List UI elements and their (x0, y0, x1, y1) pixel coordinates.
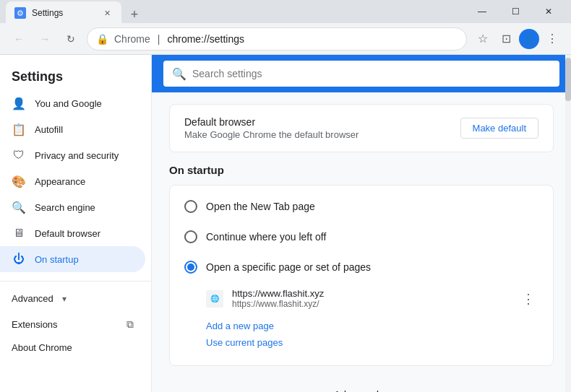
radio-specific-pages[interactable]: Open a specific page or set of pages (170, 252, 553, 282)
radio-circle-new-tab (184, 200, 197, 213)
tab-title: Settings (32, 8, 95, 18)
back-button[interactable]: ← (9, 29, 29, 49)
sidebar-title: Settings (0, 61, 151, 90)
page-more-button[interactable]: ⋮ (518, 289, 538, 309)
sidebar-item-autofill[interactable]: 📋 Autofill (0, 116, 145, 142)
sidebar-item-on-startup[interactable]: ⏻ On startup (0, 246, 145, 272)
sidebar-autofill-label: Autofill (35, 124, 63, 135)
tab-close-button[interactable]: ✕ (101, 7, 113, 19)
lock-icon: 🔒 (96, 33, 108, 45)
tab-favicon: ⚙ (14, 7, 26, 19)
radio-circle-specific (184, 261, 197, 274)
sidebar-appearance-label: Appearance (35, 176, 85, 187)
window-controls: — ☐ ✕ (465, 0, 565, 23)
menu-button[interactable]: ⋮ (542, 29, 562, 49)
sidebar-extensions-label: Extensions (12, 319, 58, 330)
sidebar-item-default-browser[interactable]: 🖥 Default browser (0, 220, 145, 246)
search-bar: 🔍 (152, 55, 571, 92)
default-browser-card: Default browser Make Google Chrome the d… (169, 104, 554, 152)
advanced-chevron-icon: ▾ (62, 294, 66, 304)
sidebar-item-about-chrome[interactable]: About Chrome (0, 336, 145, 359)
maximize-button[interactable]: ☐ (499, 0, 532, 23)
sidebar-advanced-section[interactable]: Advanced ▾ (0, 287, 151, 310)
search-input[interactable] (192, 68, 551, 79)
page-content: 🔍 Default browser Make Google Chrome the… (152, 55, 571, 392)
advanced-label: Advanced (334, 389, 379, 392)
advanced-section-label: Advanced (12, 293, 53, 304)
radio-label-continue: Continue where you left off (206, 231, 326, 243)
sidebar-item-privacy[interactable]: 🛡 Privacy and security (0, 142, 145, 168)
person-icon: 👤 (12, 96, 26, 110)
settings-gear-icon: ⚙ (17, 9, 24, 18)
browser-frame: ⚙ Settings ✕ + — ☐ ✕ ← → ↻ 🔒 Chrome | ch… (0, 0, 571, 392)
new-tab-button[interactable]: + (124, 4, 145, 25)
autofill-icon: 📋 (12, 122, 26, 136)
sidebar-divider (0, 281, 151, 282)
address-label: Chrome (114, 33, 150, 45)
radio-circle-continue (184, 230, 197, 243)
forward-button[interactable]: → (35, 29, 55, 49)
page-url-sub: https://www.flashit.xyz/ (232, 299, 510, 309)
sidebar-item-search-engine[interactable]: 🔍 Search engine (0, 194, 145, 220)
power-icon: ⏻ (12, 252, 26, 266)
add-new-page-link[interactable]: Add a new page (206, 321, 538, 331)
radio-label-specific: Open a specific page or set of pages (206, 261, 371, 273)
main-content: Settings 👤 You and Google 📋 Autofill 🛡 P… (0, 55, 571, 392)
radio-label-new-tab: Open the New Tab page (206, 201, 315, 212)
settings-tab[interactable]: ⚙ Settings ✕ (6, 1, 121, 25)
external-link-icon: ⧉ (126, 318, 134, 331)
bookmark-button[interactable]: ☆ (473, 29, 493, 49)
default-browser-title: Default browser (184, 116, 359, 128)
default-browser-text: Default browser Make Google Chrome the d… (184, 116, 359, 140)
radio-new-tab[interactable]: Open the New Tab page (170, 191, 553, 222)
sidebar-privacy-label: Privacy and security (35, 150, 119, 161)
address-bar: ← → ↻ 🔒 Chrome | chrome://settings ☆ ⊡ 👤… (0, 23, 571, 55)
page-info: https://www.flashit.xyz https://www.flas… (232, 288, 510, 309)
extensions-button[interactable]: ⊡ (496, 29, 516, 49)
page-favicon: 🌐 (206, 290, 223, 308)
minimize-button[interactable]: — (465, 0, 499, 23)
sidebar-item-extensions[interactable]: Extensions ⧉ (0, 313, 145, 336)
default-browser-desc: Make Google Chrome the default browser (184, 129, 359, 140)
page-url: https://www.flashit.xyz (232, 288, 510, 299)
sidebar-on-startup-label: On startup (35, 254, 79, 265)
shield-icon: 🛡 (12, 148, 26, 162)
close-button[interactable]: ✕ (532, 0, 565, 23)
address-url: chrome://settings (167, 33, 244, 45)
search-engine-icon: 🔍 (12, 200, 26, 214)
browser-icon: 🖥 (12, 226, 26, 240)
startup-card: Open the New Tab page Continue where you… (169, 185, 554, 366)
make-default-button[interactable]: Make default (460, 118, 538, 139)
sidebar-about-label: About Chrome (12, 342, 72, 353)
startup-page-entry: 🌐 https://www.flashit.xyz https://www.fl… (170, 282, 553, 315)
radio-continue[interactable]: Continue where you left off (170, 222, 553, 252)
tab-bar: ⚙ Settings ✕ + (6, 0, 463, 25)
scrollbar-track[interactable] (565, 55, 571, 392)
use-current-pages-link[interactable]: Use current pages (206, 337, 538, 348)
sidebar-default-browser-label: Default browser (35, 228, 100, 239)
account-button[interactable]: 👤 (519, 29, 539, 49)
appearance-icon: 🎨 (12, 174, 26, 188)
sidebar-item-you-and-google[interactable]: 👤 You and Google (0, 90, 145, 116)
refresh-button[interactable]: ↻ (61, 29, 81, 49)
title-bar: ⚙ Settings ✕ + — ☐ ✕ (0, 0, 571, 23)
sidebar-search-label: Search engine (35, 202, 95, 213)
sidebar-item-appearance[interactable]: 🎨 Appearance (0, 168, 145, 194)
page-favicon-icon: 🌐 (210, 295, 219, 302)
sidebar: Settings 👤 You and Google 📋 Autofill 🛡 P… (0, 55, 152, 392)
address-input[interactable]: 🔒 Chrome | chrome://settings (87, 27, 467, 51)
action-links: Add a new page Use current pages (170, 315, 553, 351)
search-icon: 🔍 (172, 67, 186, 81)
on-startup-title: On startup (169, 164, 554, 176)
toolbar-icons: ☆ ⊡ 👤 ⋮ (473, 29, 562, 49)
sidebar-you-and-google-label: You and Google (35, 98, 102, 109)
scrollbar-thumb[interactable] (565, 58, 571, 101)
search-input-wrapper[interactable]: 🔍 (163, 61, 559, 87)
advanced-section-bottom[interactable]: Advanced ▾ (152, 378, 571, 392)
content-area: Default browser Make Google Chrome the d… (152, 92, 571, 378)
